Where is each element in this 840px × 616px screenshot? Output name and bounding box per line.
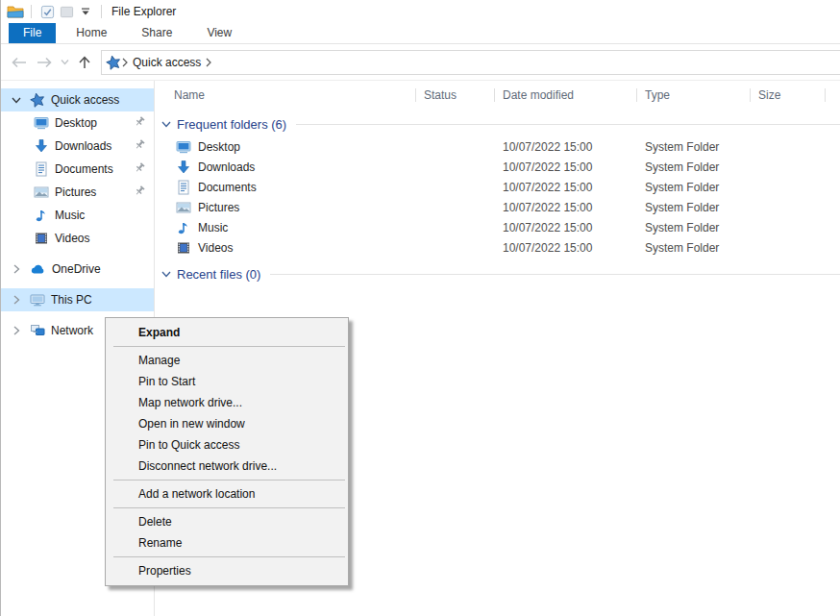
sidebar-item-downloads[interactable]: Downloads <box>1 135 154 158</box>
menu-item-pin-to-start[interactable]: Pin to Start <box>106 371 348 392</box>
network-icon <box>30 323 45 338</box>
menu-item-map-network-drive[interactable]: Map network drive... <box>106 392 348 413</box>
column-header-status[interactable]: Status <box>416 83 495 108</box>
group-header[interactable]: Frequent folders (6) <box>155 111 840 136</box>
sidebar-item-pictures[interactable]: Pictures <box>1 181 154 204</box>
up-icon[interactable] <box>72 50 97 75</box>
tab-home[interactable]: Home <box>62 23 121 43</box>
new-folder-icon[interactable] <box>57 3 76 20</box>
menu-item-manage[interactable]: Manage <box>106 350 348 371</box>
this-pc-icon <box>30 292 45 308</box>
sidebar-item-music[interactable]: Music <box>1 204 154 227</box>
file-type: System Folder <box>637 140 751 154</box>
breadcrumb-separator-icon[interactable] <box>121 58 129 67</box>
sidebar-item-onedrive[interactable]: OneDrive <box>1 258 154 281</box>
group-chevron-down-icon[interactable] <box>161 268 172 280</box>
file-date-modified: 10/07/2022 15:00 <box>495 221 637 234</box>
documents-icon <box>176 180 191 195</box>
quick-access-star-icon <box>106 55 121 70</box>
pictures-icon <box>34 185 49 200</box>
file-date-modified: 10/07/2022 15:00 <box>495 160 637 174</box>
menu-item-add-a-network-location[interactable]: Add a network location <box>106 483 348 505</box>
file-name-cell: Downloads <box>155 160 416 175</box>
breadcrumb-separator-icon[interactable] <box>205 58 212 67</box>
menu-item-disconnect-network-drive[interactable]: Disconnect network drive... <box>106 456 348 477</box>
menu-item-delete[interactable]: Delete <box>106 511 348 532</box>
chevron-right-icon[interactable] <box>9 263 24 275</box>
menu-item-open-in-new-window[interactable]: Open in new window <box>106 413 348 434</box>
up <box>77 55 92 70</box>
sidebar-item-documents[interactable]: Documents <box>1 158 154 181</box>
menu-separator <box>113 480 345 480</box>
menu-item-rename[interactable]: Rename <box>106 532 348 554</box>
history-dropdown <box>61 59 69 65</box>
group-header[interactable]: Recent files (0) <box>155 261 840 286</box>
column-header-name[interactable]: Name <box>155 83 416 108</box>
tab-share[interactable]: Share <box>127 23 186 43</box>
sidebar-item-videos[interactable]: Videos <box>1 227 154 250</box>
file-name: Downloads <box>198 160 255 174</box>
file-date-modified: 10/07/2022 15:00 <box>495 140 637 154</box>
file-type: System Folder <box>637 201 751 214</box>
group-header-rule <box>296 124 840 125</box>
menu-separator <box>113 346 345 347</box>
properties-icon[interactable] <box>37 3 57 20</box>
sidebar-item-desktop[interactable]: Desktop <box>1 111 154 135</box>
file-row-pictures[interactable]: Pictures10/07/2022 15:00System Folder <box>155 197 840 217</box>
group-header-label: Frequent folders (6) <box>177 117 286 132</box>
tab-view[interactable]: View <box>192 23 246 43</box>
file-name: Desktop <box>198 140 240 154</box>
sidebar-item-label: OneDrive <box>52 262 101 276</box>
file-type: System Folder <box>637 160 751 174</box>
file-name: Videos <box>198 241 233 255</box>
chevron-right-icon[interactable] <box>9 325 24 336</box>
context-menu: ExpandManagePin to StartMap network driv… <box>105 317 349 586</box>
breadcrumb-segment[interactable]: Quick access <box>129 56 205 69</box>
column-header-type[interactable]: Type <box>637 83 751 108</box>
file-row-documents[interactable]: Documents10/07/2022 15:00System Folder <box>155 177 840 197</box>
address-bar[interactable]: Quick access <box>101 50 840 75</box>
pin-icon <box>134 138 146 151</box>
file-row-music[interactable]: Music10/07/2022 15:00System Folder <box>155 217 840 237</box>
file-explorer-logo-icon <box>7 4 24 19</box>
videos-icon <box>176 240 191 256</box>
menu-item-pin-to-quick-access[interactable]: Pin to Quick access <box>106 434 348 456</box>
menu-item-expand[interactable]: Expand <box>106 322 348 343</box>
file-row-desktop[interactable]: Desktop10/07/2022 15:00System Folder <box>155 136 840 157</box>
chevron-down-icon[interactable] <box>9 94 24 106</box>
group-header-rule <box>270 274 840 275</box>
breadcrumb-separator-icon <box>205 58 212 67</box>
chevron-right-icon[interactable] <box>9 294 24 306</box>
desktop-icon <box>34 115 49 131</box>
file-row-downloads[interactable]: Downloads10/07/2022 15:00System Folder <box>155 157 840 177</box>
column-header-date-modified[interactable]: Date modified <box>495 83 637 108</box>
sidebar-item-label: Videos <box>55 232 89 245</box>
sidebar-item-quick-access[interactable]: Quick access <box>1 88 154 111</box>
tab-file[interactable]: File <box>9 23 56 43</box>
column-header-size[interactable]: Size <box>751 83 826 108</box>
group-chevron-down-icon[interactable] <box>161 118 172 130</box>
back-icon[interactable] <box>7 50 32 75</box>
downloads-icon <box>34 138 49 154</box>
file-explorer-logo-icon <box>6 3 25 20</box>
file-name-cell: Pictures <box>155 200 416 215</box>
forward <box>36 56 53 69</box>
group-header-label: Recent files (0) <box>177 267 260 282</box>
file-name-cell: Documents <box>155 180 416 195</box>
sidebar-item-label: Documents <box>55 162 113 176</box>
menu-item-properties[interactable]: Properties <box>106 560 348 581</box>
forward-icon[interactable] <box>32 50 57 75</box>
sidebar-item-label: Music <box>55 209 85 222</box>
column-header-row: NameStatusDate modifiedTypeSize <box>155 83 840 108</box>
customize-toolbar-caret-icon[interactable] <box>76 3 95 20</box>
music-icon <box>34 208 49 223</box>
sidebar-item-this-pc[interactable]: This PC <box>1 288 154 311</box>
history-dropdown-icon[interactable] <box>57 50 72 75</box>
ribbon-tab-bar: FileHomeShareView <box>1 23 840 44</box>
file-name: Documents <box>198 181 257 194</box>
sidebar-item-label: Network <box>51 324 93 337</box>
quick-access-star-icon <box>106 55 121 70</box>
pin-icon <box>134 185 146 197</box>
file-row-videos[interactable]: Videos10/07/2022 15:00System Folder <box>155 237 840 258</box>
file-name-cell: Desktop <box>155 139 416 155</box>
